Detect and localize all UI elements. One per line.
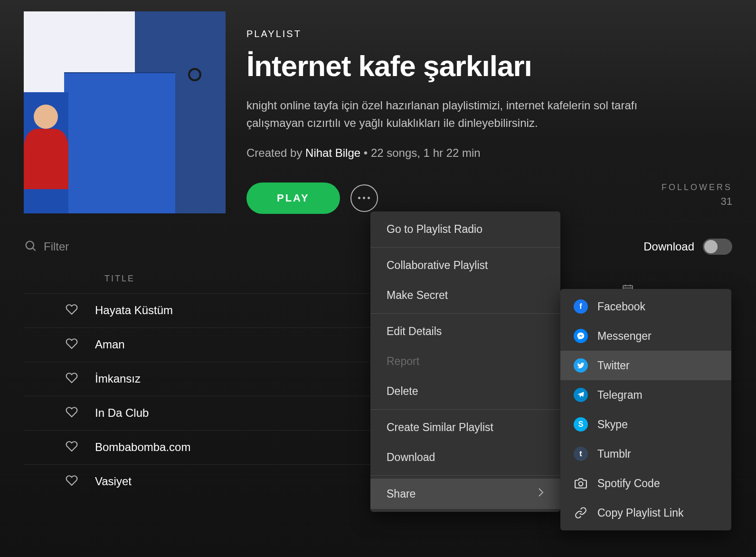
created-by-prefix: Created by: [246, 146, 305, 159]
share-messenger[interactable]: Messenger: [560, 321, 731, 351]
messenger-icon: [574, 329, 588, 343]
playlist-author[interactable]: Nihat Bilge: [305, 146, 360, 159]
camera-icon: [574, 476, 588, 490]
share-submenu: f Facebook Messenger Twitter Telegram S …: [560, 289, 731, 530]
link-icon: [574, 506, 588, 520]
title-column-header[interactable]: TITLE: [104, 274, 135, 284]
share-twitter[interactable]: Twitter: [560, 351, 731, 380]
heart-icon[interactable]: [66, 303, 78, 317]
share-facebook[interactable]: f Facebook: [560, 292, 731, 321]
content-type-label: PLAYLIST: [246, 29, 732, 39]
skype-icon: S: [574, 417, 588, 432]
share-label: Copy Playlist Link: [597, 507, 684, 519]
playlist-title: İnternet kafe şarkıları: [246, 50, 732, 82]
search-icon: [24, 239, 37, 254]
menu-download[interactable]: Download: [370, 442, 560, 472]
heart-icon[interactable]: [66, 372, 78, 386]
download-toggle[interactable]: [703, 239, 732, 255]
playlist-description: knight online tayfa için özel hazırlanan…: [246, 96, 664, 132]
share-label: Telegram: [597, 389, 643, 402]
context-menu: Go to Playlist Radio Collaborative Playl…: [370, 211, 560, 512]
heart-icon[interactable]: [66, 337, 78, 352]
share-spotify-code[interactable]: Spotify Code: [560, 469, 731, 498]
svg-line-1: [33, 248, 36, 250]
share-label: Facebook: [597, 300, 645, 313]
play-button[interactable]: PLAY: [246, 182, 340, 214]
followers-label: FOLLOWERS: [662, 182, 732, 192]
svg-point-6: [579, 482, 583, 486]
twitter-icon: [574, 358, 588, 373]
download-label: Download: [643, 240, 694, 253]
playlist-stats: • 22 songs, 1 hr 22 min: [360, 146, 481, 159]
share-label: Skype: [597, 418, 628, 431]
followers-block: FOLLOWERS 31: [662, 182, 732, 208]
chevron-right-icon: [538, 487, 544, 500]
facebook-icon: f: [574, 299, 588, 314]
playlist-byline: Created by Nihat Bilge • 22 songs, 1 hr …: [246, 146, 732, 160]
share-copy-link[interactable]: Copy Playlist Link: [560, 498, 731, 528]
share-telegram[interactable]: Telegram: [560, 380, 731, 410]
menu-share[interactable]: Share: [370, 479, 560, 509]
share-label: Spotify Code: [597, 477, 660, 490]
telegram-icon: [574, 388, 588, 402]
share-label: Twitter: [597, 359, 630, 372]
followers-count: 31: [662, 195, 732, 208]
menu-playlist-radio[interactable]: Go to Playlist Radio: [370, 214, 560, 244]
share-label: Tumblr: [597, 448, 631, 461]
svg-point-0: [26, 241, 34, 249]
share-label: Messenger: [597, 330, 652, 343]
menu-delete[interactable]: Delete: [370, 376, 560, 406]
heart-icon[interactable]: [66, 406, 78, 420]
menu-create-similar[interactable]: Create Similar Playlist: [370, 413, 560, 442]
tumblr-icon: t: [574, 447, 588, 461]
menu-make-secret[interactable]: Make Secret: [370, 280, 560, 310]
playlist-cover[interactable]: [24, 11, 226, 213]
menu-edit-details[interactable]: Edit Details: [370, 317, 560, 346]
playlist-header: PLAYLIST İnternet kafe şarkıları knight …: [0, 0, 756, 214]
menu-report: Report: [370, 346, 560, 376]
share-skype[interactable]: S Skype: [560, 410, 731, 439]
heart-icon[interactable]: [66, 474, 78, 489]
heart-icon[interactable]: [66, 440, 78, 454]
share-tumblr[interactable]: t Tumblr: [560, 439, 731, 469]
more-options-button[interactable]: [350, 184, 378, 212]
menu-share-label: Share: [387, 488, 416, 500]
menu-collaborative[interactable]: Collaborative Playlist: [370, 250, 560, 280]
